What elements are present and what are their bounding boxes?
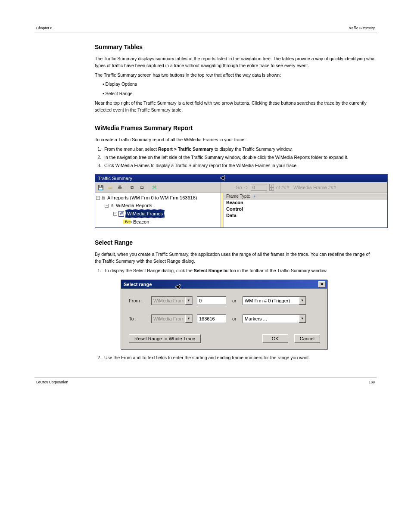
step-3: Click WiMedia Frames to display a Traffi… (103, 162, 377, 169)
from-label: From : (129, 298, 147, 303)
tree-beacon-abbr: Bea (125, 218, 132, 226)
from-row: From : ▼ or ▼ (129, 296, 320, 305)
dropdown-icon[interactable]: ▼ (185, 315, 192, 323)
go-arrow-icon[interactable]: ➪ (244, 184, 249, 190)
header-title: Traffic Summary (348, 26, 375, 30)
report-tree[interactable]: − 🗎 All reports (WM Frm 0 to WM Frm 1636… (95, 193, 221, 227)
dropdown-icon[interactable]: ▼ (299, 315, 306, 323)
select-range-icon[interactable]: 🗂 (138, 184, 146, 191)
tree-wimedia-frames-label: WiMedia Frames (125, 209, 165, 218)
tree-wimedia-reports-label: WiMedia Reports (116, 202, 152, 209)
from-unit-combo[interactable]: ▼ (151, 296, 193, 305)
copy-icon[interactable]: ⧉ (128, 184, 136, 191)
from-marker-input (243, 297, 299, 304)
p-summary-tables-3: Near the top right of the Traffic Summar… (95, 100, 377, 114)
bullet-select-range: Select Range (106, 91, 133, 96)
to-row: To : ▼ or ▼ (129, 314, 320, 323)
footer-rule (34, 377, 377, 377)
grid-row-data[interactable]: Data (224, 212, 387, 219)
to-label: To : (129, 316, 147, 321)
grid-header-frame-type[interactable]: Frame Type:▲ (224, 193, 387, 199)
document-icon: 🗎 (110, 202, 115, 209)
grid-row-control[interactable]: Control (224, 206, 387, 212)
traffic-summary-window: Traffic Summary ➤ 💾 ▭ 🖶 ⧉ 🗂 ⌘ (95, 174, 388, 228)
to-unit-combo[interactable]: ▼ (151, 314, 193, 323)
select-range-dialog: Select range ✕ ➤ From : ▼ or ▼ To (121, 280, 327, 349)
frame-type-grid: Frame Type:▲ Beacon Control Data (221, 193, 387, 227)
tree-beacon[interactable]: Bea Beacon (96, 218, 220, 226)
dropdown-icon[interactable]: ▼ (299, 297, 306, 305)
step-2: In the navigation tree on the left side … (103, 154, 377, 161)
tree-root[interactable]: − 🗎 All reports (WM Frm 0 to WM Frm 1636… (96, 194, 220, 202)
p-select-range: By default, when you create a Traffic Su… (95, 251, 377, 265)
display-options-icon[interactable]: ⌘ (150, 184, 158, 191)
cursor-icon: ➤ (220, 174, 226, 182)
go-label: Go (236, 185, 242, 190)
dropdown-icon[interactable]: ▼ (185, 297, 192, 305)
traffic-summary-titlebar: Traffic Summary ➤ (95, 174, 387, 182)
from-marker-combo[interactable]: ▼ (243, 296, 306, 305)
header-rule (34, 32, 377, 32)
go-of-label: of ### - WiMedia Frame ### (276, 185, 336, 190)
ok-button[interactable]: OK (262, 334, 288, 343)
save-icon[interactable]: 💾 (97, 184, 105, 191)
tree-wimedia-reports[interactable]: − 🗎 WiMedia Reports (96, 202, 220, 209)
print-icon[interactable]: 🖶 (116, 184, 124, 191)
tree-wimedia-frames[interactable]: − W WiMedia Frames (96, 209, 220, 218)
p-summary-tables-2: The Traffic Summary screen has two butto… (95, 72, 377, 79)
to-marker-combo[interactable]: ▼ (243, 314, 306, 323)
or-label: or (230, 298, 238, 303)
to-value-input[interactable] (197, 314, 226, 323)
p-wimedia-intro: To create a Traffic Summary report of al… (95, 137, 377, 143)
footer-left: LeCroy Corporation (36, 380, 68, 384)
select-range-titlebar: Select range ✕ ➤ (121, 280, 327, 289)
close-icon[interactable]: ✕ (318, 281, 325, 287)
step-1: From the menu bar, select Report > Traff… (103, 146, 377, 153)
cancel-button[interactable]: Cancel (294, 334, 320, 343)
ts-right-toolbar: Go ➪ ▲▼ of ### - WiMedia Frame ### (221, 182, 387, 193)
tree-beacon-label: Beacon (133, 218, 149, 226)
to-marker-input (243, 315, 299, 322)
reset-range-button[interactable]: Reset Range to Whole Trace (129, 334, 201, 343)
dlg-step-1: To display the Select Range dialog, clic… (103, 268, 377, 274)
document-icon: 🗎 (101, 194, 106, 202)
collapse-icon[interactable]: − (113, 212, 117, 216)
go-spinner[interactable]: ▲▼ (269, 184, 274, 191)
collapse-icon[interactable]: − (96, 196, 100, 200)
p-summary-tables-1: The Traffic Summary displays summary tab… (95, 56, 377, 69)
from-unit-input (152, 297, 185, 304)
header-chapter: Chapter 8 (36, 26, 52, 30)
collapse-icon[interactable]: − (105, 204, 109, 208)
or-label: or (230, 316, 238, 321)
folder-icon[interactable]: ▭ (106, 184, 114, 191)
footer-page-number: 169 (369, 380, 375, 384)
from-value-input[interactable] (197, 296, 226, 305)
sort-asc-icon: ▲ (253, 194, 256, 198)
section-title-summary-tables: Summary Tables (95, 44, 377, 50)
bullet-display-options: Display Options (106, 81, 137, 87)
section-title-wimedia-frames: WiMedia Frames Summary Report (95, 124, 377, 131)
dlg-step-2: Use the From and To text fields to enter… (103, 355, 377, 361)
go-input (251, 184, 267, 191)
tree-root-label: All reports (WM Frm 0 to WM Frm 163616) (107, 194, 197, 202)
section-title-select-range: Select Range (95, 239, 377, 246)
to-unit-input (152, 315, 185, 322)
wimedia-icon: W (118, 211, 124, 217)
grid-row-beacon[interactable]: Beacon (224, 199, 387, 206)
ts-left-toolbar: 💾 ▭ 🖶 ⧉ 🗂 ⌘ (95, 182, 221, 193)
